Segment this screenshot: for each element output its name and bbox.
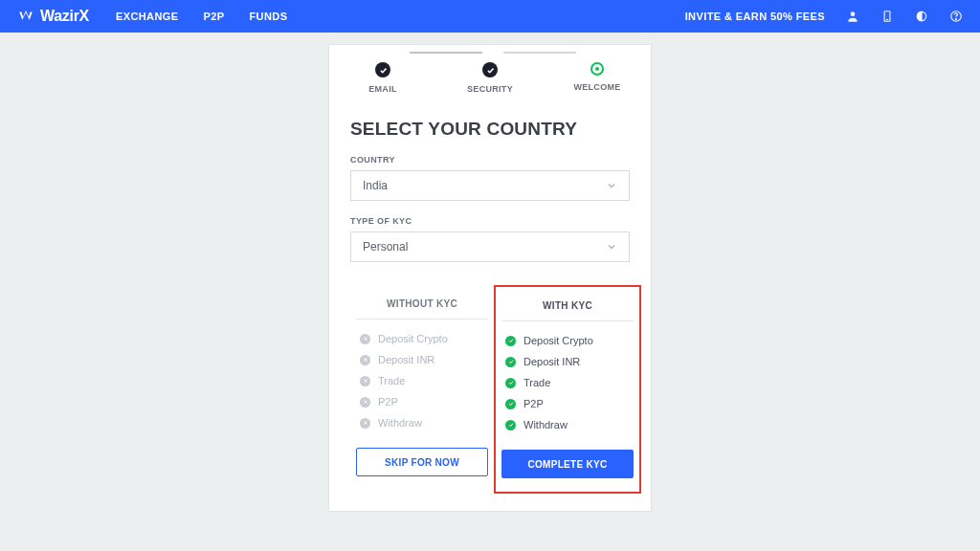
check-icon — [482, 62, 498, 77]
feature-label: P2P — [523, 398, 544, 409]
profile-icon[interactable] — [846, 10, 859, 23]
feature-row: Deposit INR — [505, 356, 634, 367]
feature-row: Trade — [505, 377, 634, 388]
kyc-type-select[interactable]: Personal — [350, 231, 630, 262]
step-label: EMAIL — [368, 84, 397, 94]
enabled-icon — [505, 336, 516, 346]
feature-label: P2P — [378, 396, 398, 408]
disabled-icon — [360, 397, 370, 408]
kyc-type-label: TYPE OF KYC — [350, 216, 630, 226]
svg-point-0 — [851, 11, 856, 16]
with-kyc-list: Deposit Crypto Deposit INR Trade P2P Wit… — [501, 335, 634, 430]
disabled-icon — [360, 355, 370, 365]
feature-row: Deposit Crypto — [360, 333, 488, 344]
feature-row: Withdraw — [360, 417, 488, 429]
step-welcome: WELCOME — [544, 62, 651, 92]
enabled-icon — [505, 399, 516, 409]
kyc-type-value: Personal — [363, 240, 408, 253]
enabled-icon — [505, 357, 516, 367]
nav-exchange[interactable]: EXCHANGE — [116, 11, 179, 22]
feature-label: Deposit INR — [523, 356, 580, 367]
form-section: SELECT YOUR COUNTRY COUNTRY India TYPE O… — [329, 119, 651, 262]
svg-point-5 — [956, 18, 957, 19]
step-line — [410, 52, 482, 54]
feature-label: Trade — [378, 375, 405, 386]
complete-kyc-button[interactable]: COMPLETE KYC — [501, 450, 634, 478]
nav-links: EXCHANGE P2P FUNDS — [116, 11, 287, 22]
country-select[interactable]: India — [350, 170, 630, 201]
feature-label: Withdraw — [523, 419, 568, 430]
without-kyc-list: Deposit Crypto Deposit INR Trade P2P Wit… — [356, 333, 488, 429]
chevron-down-icon — [606, 180, 617, 191]
enabled-icon — [505, 378, 516, 388]
feature-label: Deposit Crypto — [523, 335, 593, 346]
help-icon[interactable] — [949, 10, 963, 23]
feature-label: Trade — [523, 377, 550, 388]
brand-icon — [17, 8, 34, 25]
disabled-icon — [360, 334, 370, 344]
disabled-icon — [360, 418, 370, 429]
feature-row: Deposit Crypto — [505, 335, 634, 346]
feature-row: Trade — [360, 375, 488, 386]
chevron-down-icon — [606, 241, 617, 253]
without-kyc-header: WITHOUT KYC — [356, 285, 488, 320]
feature-row: Withdraw — [505, 419, 634, 430]
feature-row: P2P — [360, 396, 488, 408]
step-label: SECURITY — [467, 84, 513, 94]
feature-row: P2P — [505, 398, 634, 409]
with-kyc-header: WITH KYC — [501, 287, 634, 321]
page-title: SELECT YOUR COUNTRY — [350, 119, 630, 140]
nav-funds[interactable]: FUNDS — [250, 11, 288, 22]
disabled-icon — [360, 376, 370, 386]
stepper: EMAIL SECURITY WELCOME — [329, 45, 651, 105]
feature-row: Deposit INR — [360, 354, 488, 365]
step-security: SECURITY — [436, 62, 544, 94]
onboarding-card: EMAIL SECURITY WELCOME SELECT YOUR COUNT… — [328, 44, 652, 512]
brand[interactable]: WazirX — [17, 8, 89, 25]
complete-kyc-label: COMPLETE KYC — [527, 459, 607, 470]
feature-label: Deposit INR — [378, 354, 434, 365]
country-label: COUNTRY — [350, 155, 630, 165]
country-value: India — [363, 179, 388, 192]
brand-name: WazirX — [40, 8, 89, 25]
enabled-icon — [505, 420, 516, 430]
with-kyc-column: WITH KYC Deposit Crypto Deposit INR Trad… — [494, 285, 641, 494]
skip-button[interactable]: SKIP FOR NOW — [356, 448, 488, 476]
theme-toggle-icon[interactable] — [915, 10, 928, 23]
step-line — [503, 52, 576, 54]
step-email: EMAIL — [329, 62, 436, 94]
step-label: WELCOME — [573, 82, 620, 92]
nav-right: INVITE & EARN 50% FEES — [685, 10, 963, 23]
top-navbar: WazirX EXCHANGE P2P FUNDS INVITE & EARN … — [0, 0, 980, 33]
app-download-icon[interactable] — [880, 10, 894, 23]
feature-label: Withdraw — [378, 417, 422, 429]
without-kyc-column: WITHOUT KYC Deposit Crypto Deposit INR T… — [350, 285, 494, 494]
nav-p2p[interactable]: P2P — [204, 11, 225, 22]
current-step-icon — [590, 62, 604, 76]
skip-button-label: SKIP FOR NOW — [385, 457, 459, 468]
kyc-comparison: WITHOUT KYC Deposit Crypto Deposit INR T… — [329, 285, 651, 494]
check-icon — [375, 62, 390, 77]
nav-invite[interactable]: INVITE & EARN 50% FEES — [685, 11, 825, 22]
feature-label: Deposit Crypto — [378, 333, 448, 344]
